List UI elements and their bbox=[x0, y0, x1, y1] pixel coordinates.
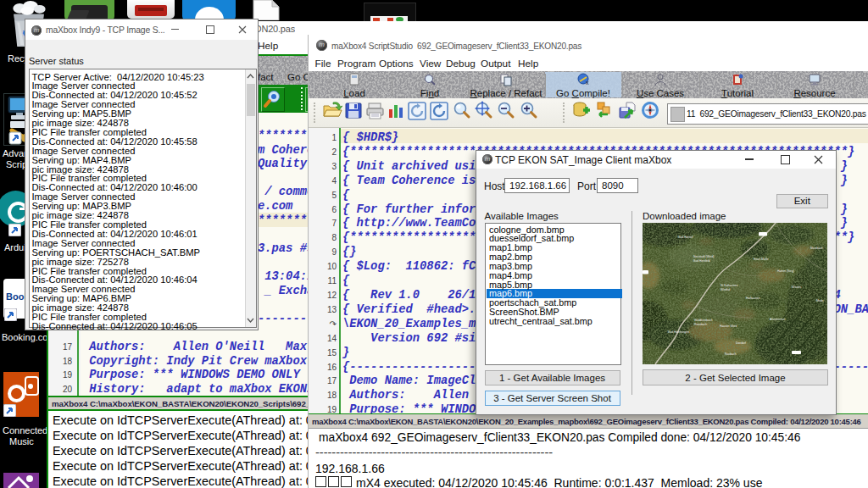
svg-text:Wiedtal: Wiedtal bbox=[721, 288, 731, 291]
svg-text:Hamm (Sieg): Hamm (Sieg) bbox=[777, 269, 794, 273]
svg-text:Horhausen: Horhausen bbox=[746, 297, 760, 300]
svg-text:Wissen: Wissen bbox=[792, 286, 801, 289]
svg-text:Eitorf-Mville: Eitorf-Mville bbox=[754, 258, 769, 261]
svg-text:Raubach: Raubach bbox=[725, 352, 737, 356]
svg-text:x: x bbox=[586, 80, 589, 86]
svg-text:Morsbach: Morsbach bbox=[810, 247, 823, 250]
svg-text:Dierdorf: Dierdorf bbox=[736, 341, 746, 345]
svg-text:Bad Honnef: Bad Honnef bbox=[678, 236, 693, 239]
svg-text:Mude: Mude bbox=[816, 299, 824, 302]
svg-text:Neustadt (Wied): Neustadt (Wied) bbox=[693, 255, 715, 258]
svg-text:Bad Hoenningen: Bad Hoenningen bbox=[668, 330, 689, 334]
svg-text:Altenkirchen: Altenkirchen bbox=[770, 318, 786, 321]
svg-text:Bad Hersfeld: Bad Hersfeld bbox=[693, 259, 710, 263]
svg-text:Waldbreitbach: Waldbreitbach bbox=[694, 319, 713, 322]
svg-text:Hausen Wied: Hausen Wied bbox=[720, 324, 737, 328]
svg-text:St Katharinen: St Katharinen bbox=[721, 284, 738, 287]
svg-text:Rossbach: Rossbach bbox=[694, 323, 707, 326]
